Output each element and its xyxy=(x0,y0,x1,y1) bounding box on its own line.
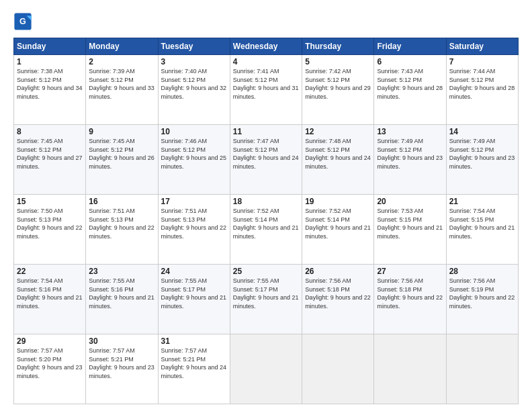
table-row: 25Sunrise: 7:55 AMSunset: 5:17 PMDayligh… xyxy=(230,265,302,334)
calendar-week-row: 22Sunrise: 7:54 AMSunset: 5:16 PMDayligh… xyxy=(14,265,519,334)
table-row xyxy=(230,334,302,404)
table-row: 27Sunrise: 7:56 AMSunset: 5:18 PMDayligh… xyxy=(374,265,446,334)
calendar-week-row: 15Sunrise: 7:50 AMSunset: 5:13 PMDayligh… xyxy=(14,195,519,265)
table-row xyxy=(374,334,446,404)
calendar-header-row: Sunday Monday Tuesday Wednesday Thursday… xyxy=(14,38,519,55)
col-saturday: Saturday xyxy=(446,38,518,55)
cell-info: Sunrise: 7:56 AMSunset: 5:18 PMDaylight:… xyxy=(377,277,443,310)
day-number: 19 xyxy=(305,197,371,206)
day-number: 11 xyxy=(233,127,299,136)
day-number: 6 xyxy=(377,57,443,66)
cell-info: Sunrise: 7:41 AMSunset: 5:12 PMDaylight:… xyxy=(233,67,299,101)
day-number: 4 xyxy=(233,57,299,66)
day-number: 25 xyxy=(233,267,299,276)
header: G xyxy=(13,12,519,31)
day-number: 27 xyxy=(377,267,443,276)
col-monday: Monday xyxy=(86,38,158,55)
day-number: 30 xyxy=(89,336,154,346)
day-number: 31 xyxy=(161,336,227,346)
day-number: 16 xyxy=(89,197,154,206)
table-row: 24Sunrise: 7:55 AMSunset: 5:17 PMDayligh… xyxy=(158,265,230,334)
logo: G xyxy=(13,12,35,31)
col-thursday: Thursday xyxy=(302,38,374,55)
table-row: 31Sunrise: 7:57 AMSunset: 5:21 PMDayligh… xyxy=(158,334,230,404)
table-row: 1Sunrise: 7:38 AMSunset: 5:12 PMDaylight… xyxy=(14,55,86,125)
table-row: 5Sunrise: 7:42 AMSunset: 5:12 PMDaylight… xyxy=(302,55,374,125)
day-number: 15 xyxy=(17,197,83,206)
cell-info: Sunrise: 7:53 AMSunset: 5:15 PMDaylight:… xyxy=(377,207,443,240)
svg-text:G: G xyxy=(19,17,26,26)
day-number: 13 xyxy=(377,127,443,136)
cell-info: Sunrise: 7:54 AMSunset: 5:16 PMDaylight:… xyxy=(17,277,83,310)
cell-info: Sunrise: 7:44 AMSunset: 5:12 PMDaylight:… xyxy=(449,67,515,101)
day-number: 24 xyxy=(161,267,227,276)
day-number: 1 xyxy=(17,57,83,66)
table-row: 21Sunrise: 7:54 AMSunset: 5:15 PMDayligh… xyxy=(446,195,518,265)
day-number: 9 xyxy=(89,127,154,136)
table-row: 6Sunrise: 7:43 AMSunset: 5:12 PMDaylight… xyxy=(374,55,446,125)
table-row: 11Sunrise: 7:47 AMSunset: 5:12 PMDayligh… xyxy=(230,125,302,195)
day-number: 18 xyxy=(233,197,299,206)
cell-info: Sunrise: 7:57 AMSunset: 5:20 PMDaylight:… xyxy=(17,347,83,380)
table-row: 15Sunrise: 7:50 AMSunset: 5:13 PMDayligh… xyxy=(14,195,86,265)
cell-info: Sunrise: 7:46 AMSunset: 5:12 PMDaylight:… xyxy=(161,137,227,171)
day-number: 10 xyxy=(161,127,227,136)
day-number: 28 xyxy=(449,267,515,276)
table-row: 30Sunrise: 7:57 AMSunset: 5:21 PMDayligh… xyxy=(86,334,158,404)
day-number: 21 xyxy=(449,197,515,206)
cell-info: Sunrise: 7:57 AMSunset: 5:21 PMDaylight:… xyxy=(89,347,154,380)
cell-info: Sunrise: 7:48 AMSunset: 5:12 PMDaylight:… xyxy=(305,137,371,171)
table-row: 23Sunrise: 7:55 AMSunset: 5:16 PMDayligh… xyxy=(86,265,158,334)
day-number: 29 xyxy=(17,336,83,346)
col-tuesday: Tuesday xyxy=(158,38,230,55)
table-row: 14Sunrise: 7:49 AMSunset: 5:12 PMDayligh… xyxy=(446,125,518,195)
table-row: 8Sunrise: 7:45 AMSunset: 5:12 PMDaylight… xyxy=(14,125,86,195)
cell-info: Sunrise: 7:55 AMSunset: 5:17 PMDaylight:… xyxy=(161,277,227,310)
cell-info: Sunrise: 7:49 AMSunset: 5:12 PMDaylight:… xyxy=(449,137,515,171)
table-row: 28Sunrise: 7:56 AMSunset: 5:19 PMDayligh… xyxy=(446,265,518,334)
cell-info: Sunrise: 7:39 AMSunset: 5:12 PMDaylight:… xyxy=(89,67,154,101)
col-sunday: Sunday xyxy=(14,38,86,55)
cell-info: Sunrise: 7:43 AMSunset: 5:12 PMDaylight:… xyxy=(377,67,443,101)
cell-info: Sunrise: 7:42 AMSunset: 5:12 PMDaylight:… xyxy=(305,67,371,101)
day-number: 23 xyxy=(89,267,154,276)
calendar-page: G Sunday Monday Tuesday Wednesday Thursd… xyxy=(0,0,532,411)
day-number: 3 xyxy=(161,57,227,66)
day-number: 5 xyxy=(305,57,371,66)
table-row: 13Sunrise: 7:49 AMSunset: 5:12 PMDayligh… xyxy=(374,125,446,195)
cell-info: Sunrise: 7:52 AMSunset: 5:14 PMDaylight:… xyxy=(233,207,299,240)
table-row: 29Sunrise: 7:57 AMSunset: 5:20 PMDayligh… xyxy=(14,334,86,404)
logo-icon: G xyxy=(13,12,32,31)
cell-info: Sunrise: 7:45 AMSunset: 5:12 PMDaylight:… xyxy=(89,137,154,171)
cell-info: Sunrise: 7:57 AMSunset: 5:21 PMDaylight:… xyxy=(161,347,227,380)
cell-info: Sunrise: 7:47 AMSunset: 5:12 PMDaylight:… xyxy=(233,137,299,171)
day-number: 20 xyxy=(377,197,443,206)
day-number: 8 xyxy=(17,127,83,136)
col-friday: Friday xyxy=(374,38,446,55)
table-row: 4Sunrise: 7:41 AMSunset: 5:12 PMDaylight… xyxy=(230,55,302,125)
cell-info: Sunrise: 7:50 AMSunset: 5:13 PMDaylight:… xyxy=(17,207,83,240)
table-row: 3Sunrise: 7:40 AMSunset: 5:12 PMDaylight… xyxy=(158,55,230,125)
day-number: 7 xyxy=(449,57,515,66)
table-row: 16Sunrise: 7:51 AMSunset: 5:13 PMDayligh… xyxy=(86,195,158,265)
table-row xyxy=(302,334,374,404)
day-number: 12 xyxy=(305,127,371,136)
table-row: 17Sunrise: 7:51 AMSunset: 5:13 PMDayligh… xyxy=(158,195,230,265)
col-wednesday: Wednesday xyxy=(230,38,302,55)
table-row: 12Sunrise: 7:48 AMSunset: 5:12 PMDayligh… xyxy=(302,125,374,195)
calendar-week-row: 29Sunrise: 7:57 AMSunset: 5:20 PMDayligh… xyxy=(14,334,519,404)
cell-info: Sunrise: 7:55 AMSunset: 5:17 PMDaylight:… xyxy=(233,277,299,310)
day-number: 2 xyxy=(89,57,154,66)
cell-info: Sunrise: 7:38 AMSunset: 5:12 PMDaylight:… xyxy=(17,67,83,101)
cell-info: Sunrise: 7:52 AMSunset: 5:14 PMDaylight:… xyxy=(305,207,371,240)
table-row: 10Sunrise: 7:46 AMSunset: 5:12 PMDayligh… xyxy=(158,125,230,195)
calendar-table: Sunday Monday Tuesday Wednesday Thursday… xyxy=(13,38,519,404)
cell-info: Sunrise: 7:45 AMSunset: 5:12 PMDaylight:… xyxy=(17,137,83,171)
table-row: 18Sunrise: 7:52 AMSunset: 5:14 PMDayligh… xyxy=(230,195,302,265)
table-row: 22Sunrise: 7:54 AMSunset: 5:16 PMDayligh… xyxy=(14,265,86,334)
cell-info: Sunrise: 7:55 AMSunset: 5:16 PMDaylight:… xyxy=(89,277,154,310)
table-row: 20Sunrise: 7:53 AMSunset: 5:15 PMDayligh… xyxy=(374,195,446,265)
cell-info: Sunrise: 7:51 AMSunset: 5:13 PMDaylight:… xyxy=(89,207,154,240)
day-number: 14 xyxy=(449,127,515,136)
cell-info: Sunrise: 7:56 AMSunset: 5:19 PMDaylight:… xyxy=(449,277,515,310)
